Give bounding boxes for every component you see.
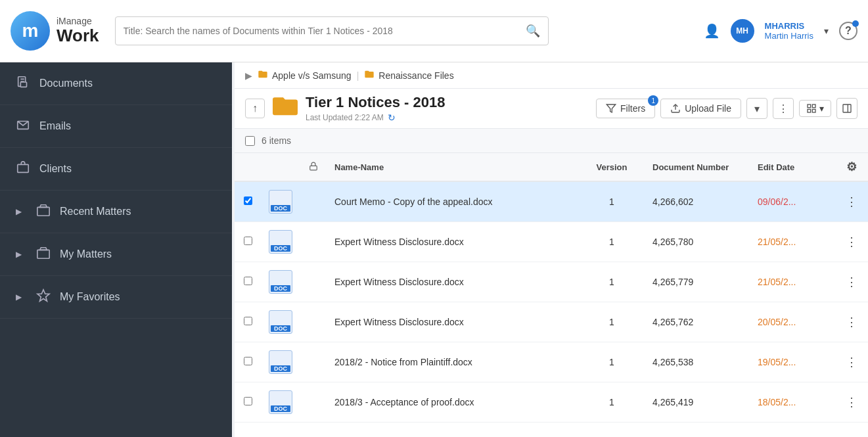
row-actions-cell[interactable]: ⋮: [835, 262, 868, 302]
row-checkbox[interactable]: [244, 317, 252, 325]
col-header-editdate[interactable]: Edit Date: [750, 153, 835, 181]
doc-icon: [269, 270, 292, 294]
col-header-name[interactable]: Name-Name: [327, 153, 579, 181]
row-checkbox[interactable]: [244, 196, 252, 205]
row-docnum-cell: 4,265,779: [645, 262, 750, 302]
search-icon[interactable]: 🔍: [526, 24, 540, 38]
row-docnum-cell: 4,266,602: [645, 181, 750, 222]
sidebar-item-recent-matters[interactable]: ▶ Recent Matters: [0, 191, 232, 233]
row-version-cell: 1: [579, 262, 645, 302]
breadcrumb-expand-arrow[interactable]: ▶: [245, 70, 252, 81]
row-more-button[interactable]: ⋮: [843, 355, 860, 369]
gear-settings-icon[interactable]: ⚙: [846, 160, 857, 173]
more-options-button[interactable]: ⋮: [773, 98, 794, 119]
user-menu-chevron[interactable]: ▾: [824, 26, 829, 36]
sidebar-item-my-favorites-label: My Favorites: [60, 291, 120, 303]
folder-icon: [273, 95, 298, 122]
row-actions-cell[interactable]: ⋮: [835, 302, 868, 342]
breadcrumb-apple-samsung[interactable]: Apple v/s Samsung: [258, 69, 352, 81]
upload-file-button[interactable]: Upload File: [660, 99, 741, 118]
help-button[interactable]: ?: [839, 22, 857, 40]
row-more-button[interactable]: ⋮: [843, 315, 860, 329]
table-row[interactable]: 2018/2 - Notice from Plaintiff.docx 1 4,…: [235, 342, 868, 382]
filters-button[interactable]: Filters 1: [596, 99, 655, 118]
sidebar-item-clients[interactable]: Clients: [0, 148, 232, 191]
row-name-cell[interactable]: Expert Witness Disclosure.docx: [327, 302, 579, 342]
search-bar[interactable]: 🔍: [115, 16, 549, 45]
search-input[interactable]: [124, 26, 526, 36]
row-checkbox-cell: [235, 262, 261, 302]
view-toggle-button[interactable]: ▾: [799, 100, 831, 117]
row-lock-cell: [300, 342, 327, 382]
table-row[interactable]: Court Memo - Copy of the appeal.docx 1 4…: [235, 181, 868, 222]
breadcrumb-folder-icon-1: [258, 69, 268, 81]
row-editdate-cell: 20/05/2...: [750, 302, 835, 342]
row-more-button[interactable]: ⋮: [843, 195, 860, 209]
table-row[interactable]: Expert Witness Disclosure.docx 1 4,265,7…: [235, 222, 868, 262]
col-header-lock: [300, 153, 327, 181]
row-name-cell[interactable]: 2018/2 - Notice from Plaintiff.docx: [327, 342, 579, 382]
row-actions-cell[interactable]: ⋮: [835, 181, 868, 222]
my-favorites-arrow: ▶: [16, 292, 22, 302]
sidebar-item-emails[interactable]: Emails: [0, 105, 232, 148]
row-docnum-cell: 4,265,419: [645, 382, 750, 423]
row-lock-cell: [300, 181, 327, 222]
row-lock-cell: [300, 382, 327, 423]
row-more-button[interactable]: ⋮: [843, 235, 860, 249]
folder-header: ↑ Tier 1 Notices - 2018 Last Updated 2:2…: [235, 89, 868, 129]
my-matters-icon: [36, 246, 51, 264]
svg-rect-12: [812, 109, 815, 112]
row-lock-cell: [300, 222, 327, 262]
header-right: 👤 MH MHARRIS Martin Harris ▾ ?: [704, 19, 857, 43]
my-matters-arrow: ▶: [16, 250, 22, 259]
row-actions-cell[interactable]: ⋮: [835, 382, 868, 423]
row-version-cell: 1: [579, 181, 645, 222]
row-editdate-cell: 21/05/2...: [750, 262, 835, 302]
row-lock-cell: [300, 262, 327, 302]
svg-marker-7: [606, 104, 615, 112]
back-button[interactable]: ↑: [245, 99, 265, 118]
col-header-version[interactable]: Version: [579, 153, 645, 181]
col-header-actions[interactable]: ⚙: [835, 153, 868, 181]
items-count-bar: 6 items: [235, 129, 868, 153]
sidebar: Documents Emails Clients ▶: [0, 62, 232, 437]
sidebar-item-documents[interactable]: Documents: [0, 62, 232, 105]
table-row[interactable]: 2018/3 - Acceptance of proof.docx 1 4,26…: [235, 382, 868, 423]
select-all-checkbox[interactable]: [245, 136, 255, 146]
row-name-cell[interactable]: Court Memo - Copy of the appeal.docx: [327, 181, 579, 222]
row-name-cell[interactable]: Expert Witness Disclosure.docx: [327, 222, 579, 262]
row-name-cell[interactable]: 2018/3 - Acceptance of proof.docx: [327, 382, 579, 423]
row-more-button[interactable]: ⋮: [843, 395, 860, 409]
table-body: Court Memo - Copy of the appeal.docx 1 4…: [235, 181, 868, 423]
row-actions-cell[interactable]: ⋮: [835, 222, 868, 262]
table-row[interactable]: Expert Witness Disclosure.docx 1 4,265,7…: [235, 262, 868, 302]
refresh-icon[interactable]: ↻: [388, 112, 396, 123]
row-editdate-cell: 09/06/2...: [750, 181, 835, 222]
detail-panel-button[interactable]: [836, 98, 857, 119]
row-checkbox[interactable]: [244, 277, 252, 285]
upload-dropdown-button[interactable]: ▾: [746, 98, 767, 119]
row-checkbox-cell: [235, 342, 261, 382]
user-info: MHARRIS Martin Harris: [765, 21, 813, 41]
row-icon-cell: [261, 262, 300, 302]
col-header-docnum[interactable]: Document Number: [645, 153, 750, 181]
breadcrumb-folder-icon-2: [364, 69, 375, 81]
user-id: MHARRIS: [765, 21, 813, 31]
row-checkbox[interactable]: [244, 397, 252, 405]
row-more-button[interactable]: ⋮: [843, 275, 860, 289]
svg-rect-4: [37, 207, 49, 216]
row-checkbox[interactable]: [244, 237, 252, 245]
row-actions-cell[interactable]: ⋮: [835, 342, 868, 382]
table-row[interactable]: Expert Witness Disclosure.docx 1 4,265,7…: [235, 302, 868, 342]
row-docnum-cell: 4,265,538: [645, 342, 750, 382]
folder-title-area: Tier 1 Notices - 2018 Last Updated 2:22 …: [306, 94, 445, 123]
row-checkbox[interactable]: [244, 357, 252, 365]
sidebar-item-my-matters[interactable]: ▶ My Matters: [0, 233, 232, 276]
table-area: 6 items Name-Name Version Docum: [235, 129, 868, 437]
sidebar-item-my-favorites[interactable]: ▶ My Favorites: [0, 276, 232, 319]
row-name-cell[interactable]: Expert Witness Disclosure.docx: [327, 262, 579, 302]
svg-rect-1: [20, 82, 26, 87]
breadcrumb-renaissance[interactable]: Renaissance Files: [364, 69, 453, 81]
clients-icon: [16, 160, 30, 178]
profile-settings-icon[interactable]: 👤: [704, 23, 720, 39]
